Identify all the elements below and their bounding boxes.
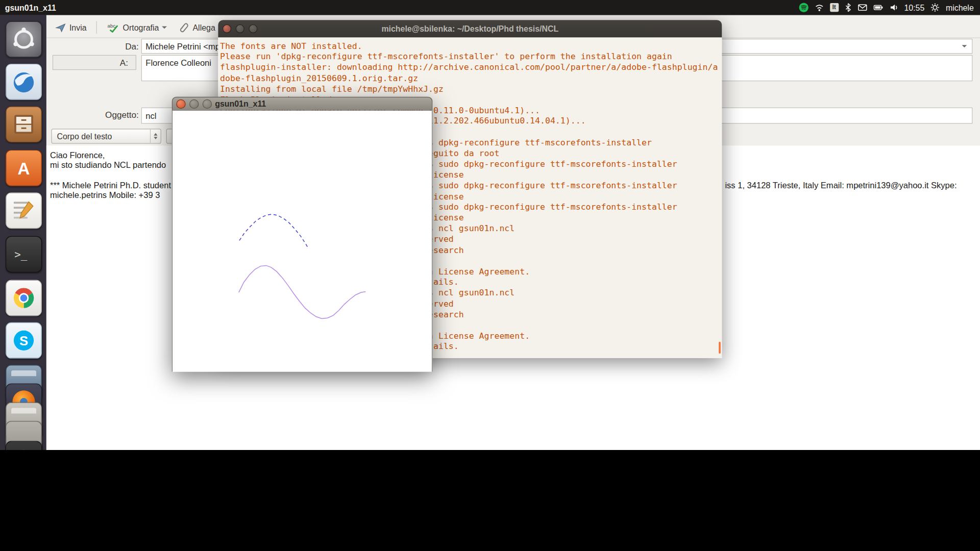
chrome-icon: [6, 281, 41, 316]
session-gear-icon[interactable]: [930, 3, 940, 13]
spelling-label: Ortografia: [123, 23, 159, 32]
file-cabinet-icon: [6, 107, 41, 142]
terminal-launcher-icon[interactable]: >_: [6, 236, 42, 272]
desktop: Invia abc Ortografia Allega Da: Michele …: [0, 0, 980, 450]
spellcheck-icon: abc: [107, 22, 119, 33]
signature-right: iss 1, 34128 Trieste, Italy Email: mpetr…: [725, 181, 957, 190]
wifi-icon[interactable]: [814, 3, 824, 13]
dash-home-button[interactable]: [6, 21, 42, 58]
paragraph-style-combo[interactable]: Corpo del testo: [51, 129, 161, 143]
top-panel: gsun01n_x11 It: [0, 0, 980, 15]
keyboard-layout-indicator[interactable]: It: [830, 3, 839, 12]
terminal-line: The fonts are NOT installed.: [220, 41, 722, 52]
chevron-down-icon: [162, 26, 167, 29]
spotify-launcher-icon[interactable]: [6, 441, 42, 450]
scrollbar-thumb[interactable]: [719, 342, 721, 354]
terminal-icon: >_: [6, 237, 41, 272]
send-icon: [55, 22, 66, 33]
x11-titlebar[interactable]: gsun01n_x11: [172, 97, 433, 111]
minimize-icon[interactable]: [189, 99, 199, 108]
svg-text:S: S: [19, 334, 28, 348]
indicator-area: It: [798, 3, 980, 13]
svg-text:A: A: [18, 159, 30, 178]
skype-launcher-icon[interactable]: S: [6, 322, 42, 359]
send-button[interactable]: Invia: [51, 20, 90, 35]
attach-label: Allega: [192, 23, 215, 32]
battery-icon[interactable]: [873, 3, 884, 13]
recipient-type-combo[interactable]: A:: [53, 55, 136, 70]
clock[interactable]: 10:55: [904, 3, 924, 12]
dashed-curve: [239, 214, 308, 248]
terminal-line: Please run 'dpkg-reconfigure ttf-mscoref…: [220, 52, 722, 62]
skype-icon: S: [6, 323, 41, 358]
unity-launcher: A >_: [0, 15, 46, 450]
ncl-plot: [173, 111, 432, 372]
toolbar-separator: [96, 21, 97, 34]
spotify-tray-icon[interactable]: [798, 3, 808, 13]
subject-label: Oggetto:: [94, 110, 139, 120]
mail-indicator-icon[interactable]: [857, 3, 868, 13]
paragraph-style-value: Corpo del testo: [52, 132, 112, 141]
from-label: Da:: [94, 41, 139, 52]
text-editor-icon: [6, 193, 41, 228]
terminal-line: Installing from local file /tmp/tmpYwHhx…: [220, 84, 722, 94]
svg-text:abc: abc: [108, 23, 116, 29]
plot-canvas: [172, 111, 433, 372]
ubuntu-logo-icon: [6, 22, 41, 57]
stepper-up-icon: [154, 133, 157, 136]
terminal-title: michele@sbilenka: ~/Desktop/Phd thesis/N…: [218, 24, 722, 33]
software-center-icon: A: [6, 151, 41, 186]
from-dropdown-icon[interactable]: [962, 45, 967, 47]
spelling-button[interactable]: abc Ortografia: [104, 20, 171, 35]
attach-button[interactable]: Allega: [175, 20, 219, 35]
text-editor-launcher-icon[interactable]: [6, 192, 42, 229]
volume-icon[interactable]: [889, 3, 898, 13]
thunderbird-launcher-icon[interactable]: [6, 64, 42, 100]
paperclip-icon: [178, 22, 189, 33]
bluetooth-icon[interactable]: [844, 3, 852, 13]
window-strip: [11, 370, 36, 376]
subject-value: ncl: [142, 111, 160, 120]
active-window-title: gsun01n_x11: [5, 3, 56, 12]
username[interactable]: michele: [946, 3, 974, 12]
svg-text:>_: >_: [14, 248, 28, 261]
files-launcher-icon[interactable]: [6, 106, 42, 142]
thunderbird-icon: [6, 64, 41, 99]
x11-plot-window: gsun01n_x11: [172, 97, 433, 372]
terminal-line: dobe-flashplugin_20150609.1.orig.tar.gz: [220, 73, 722, 84]
solid-curve: [239, 265, 366, 318]
maximize-icon[interactable]: [203, 99, 212, 108]
close-icon[interactable]: [176, 99, 185, 108]
chrome-launcher-icon[interactable]: [6, 280, 42, 316]
combo-stepper[interactable]: [150, 129, 161, 143]
terminal-titlebar[interactable]: michele@sbilenka: ~/Desktop/Phd thesis/N…: [218, 20, 722, 37]
window-strip: [11, 408, 36, 414]
to-label: A:: [120, 58, 128, 68]
terminal-line: flashplugin-installer: downloading http:…: [220, 62, 722, 73]
x11-window-title: gsun01n_x11: [215, 99, 266, 108]
stepper-down-icon: [154, 137, 157, 139]
software-center-launcher-icon[interactable]: A: [6, 150, 42, 186]
send-label: Invia: [69, 23, 87, 32]
spotify-icon: [6, 442, 41, 450]
